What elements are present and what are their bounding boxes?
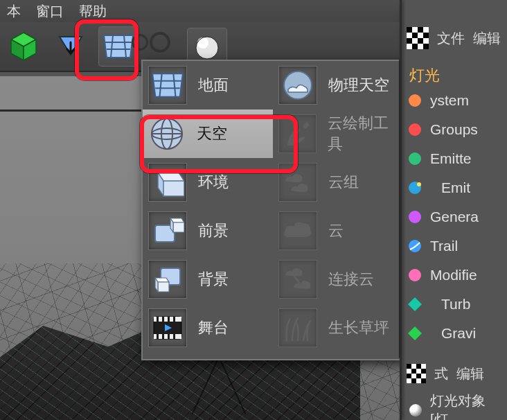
popup-left-column: 地面 天空 <box>143 61 273 359</box>
menu-environment[interactable]: 环境 <box>143 158 273 207</box>
stage-icon <box>148 308 187 347</box>
app-root: 本 窗口 帮助 <box>0 0 507 420</box>
environment-popup: 地面 天空 <box>141 60 404 360</box>
menu-foreground[interactable]: 前景 <box>143 207 273 255</box>
list-item[interactable]: Gravi <box>407 323 507 344</box>
svg-rect-36 <box>157 317 159 322</box>
menu-label: 前景 <box>198 220 229 241</box>
menu-label: 连接云 <box>328 269 374 290</box>
panel-tab-light[interactable]: 灯光 <box>407 64 507 87</box>
panel-menu-mode[interactable]: 式 <box>434 365 448 383</box>
list-label: Emitte <box>430 150 472 167</box>
menu-label: 云绘制工具 <box>328 113 403 155</box>
svg-point-51 <box>409 211 421 223</box>
menu-cloud[interactable]: 云 <box>273 207 403 255</box>
toolbar-extra <box>132 32 170 53</box>
list-item[interactable]: Emitte <box>407 148 507 169</box>
popup-right-column: 物理天空 云绘制工具 云组 <box>273 61 403 359</box>
menu-sky[interactable]: 天空 <box>143 110 273 158</box>
svg-rect-41 <box>162 334 164 339</box>
svg-marker-54 <box>408 297 422 311</box>
list-label: Emit <box>441 180 470 196</box>
light-label: 灯光对象 [灯 <box>430 392 507 420</box>
menu-cloud-draw-tool[interactable]: 云绘制工具 <box>273 110 403 158</box>
sphere-icon <box>194 35 220 61</box>
list-label: Genera <box>430 209 479 225</box>
panel-divider[interactable] <box>400 0 402 420</box>
svg-point-11 <box>197 37 208 49</box>
cube-button[interactable] <box>4 27 43 66</box>
system-icon <box>407 92 423 109</box>
menu-item[interactable]: 本 <box>7 2 21 21</box>
list-label: Trail <box>430 238 458 254</box>
list-item[interactable]: Turb <box>407 294 507 315</box>
svg-marker-27 <box>173 222 184 232</box>
menu-label: 地面 <box>198 75 229 96</box>
svg-marker-5 <box>104 35 133 58</box>
menu-label: 云组 <box>328 172 359 193</box>
viewport-lines <box>197 357 350 420</box>
list-label: Groups <box>430 121 478 138</box>
sky-icon <box>148 115 186 152</box>
checker-icon[interactable] <box>407 364 426 383</box>
menu-label: 背景 <box>198 269 229 290</box>
cloud-draw-icon <box>278 114 317 153</box>
svg-point-48 <box>409 152 421 165</box>
ground-grid-icon <box>103 34 134 59</box>
list-item[interactable]: Emit <box>407 177 507 198</box>
svg-marker-55 <box>408 326 422 340</box>
menu-grow-lawn[interactable]: 生长草坪 <box>273 304 403 352</box>
modifier-icon <box>407 267 423 283</box>
connect-cloud-icon <box>278 260 317 299</box>
large-circle-icon[interactable] <box>150 32 170 53</box>
environment-icon <box>148 163 187 202</box>
svg-point-47 <box>409 123 421 136</box>
triangle-down-icon <box>55 31 86 62</box>
menu-background[interactable]: 背景 <box>143 255 273 304</box>
list-label: ystem <box>430 92 469 109</box>
svg-point-53 <box>409 269 421 281</box>
foreground-icon <box>148 211 187 250</box>
menu-label: 环境 <box>198 172 229 193</box>
list-label: Gravi <box>441 325 476 342</box>
list-item[interactable]: Modifie <box>407 265 507 286</box>
list-item[interactable]: ystem <box>407 90 507 111</box>
menu-connect-cloud[interactable]: 连接云 <box>273 255 403 304</box>
list-item[interactable]: Groups <box>407 119 507 140</box>
checker-icon[interactable] <box>407 27 429 49</box>
light-icon <box>409 404 422 417</box>
menu-stage[interactable]: 舞台 <box>143 304 273 352</box>
cloud-icon <box>278 211 317 250</box>
list-label: Modifie <box>430 267 477 283</box>
small-circle-icon[interactable] <box>132 34 148 51</box>
svg-point-50 <box>417 182 421 186</box>
menu-label: 云 <box>328 220 344 241</box>
svg-rect-39 <box>173 317 175 322</box>
menu-label: 天空 <box>197 123 227 144</box>
menu-cloud-group[interactable]: 云组 <box>273 158 403 207</box>
trail-icon <box>407 238 423 254</box>
panel-menu-file[interactable]: 文件 <box>437 29 465 48</box>
panel-menu-edit2[interactable]: 编辑 <box>456 365 484 383</box>
panel-light-row[interactable]: 灯光对象 [灯 <box>409 392 507 420</box>
panel-bottombar: 式 编辑 <box>407 364 507 383</box>
grass-icon <box>278 308 317 347</box>
menu-physical-sky[interactable]: 物理天空 <box>273 61 403 110</box>
list-item[interactable]: Trail <box>407 236 507 256</box>
list-item[interactable]: Genera <box>407 207 507 227</box>
menu-ground[interactable]: 地面 <box>143 61 273 110</box>
instance-button[interactable] <box>51 27 90 66</box>
panel-object-list: ystem Groups Emitte Emit Genera Trail <box>407 90 507 344</box>
groups-icon <box>407 121 423 138</box>
ground-icon <box>148 66 187 105</box>
cube-green-icon <box>8 31 39 62</box>
svg-point-45 <box>284 71 312 99</box>
svg-rect-38 <box>168 317 170 322</box>
menu-item[interactable]: 窗口 <box>36 2 64 21</box>
svg-marker-31 <box>158 282 169 292</box>
panel-menu-edit[interactable]: 编辑 <box>473 29 501 48</box>
physical-sky-icon <box>278 66 317 105</box>
menu-item[interactable]: 帮助 <box>79 2 107 21</box>
svg-rect-43 <box>173 334 175 339</box>
menu-label: 生长草坪 <box>328 317 389 338</box>
